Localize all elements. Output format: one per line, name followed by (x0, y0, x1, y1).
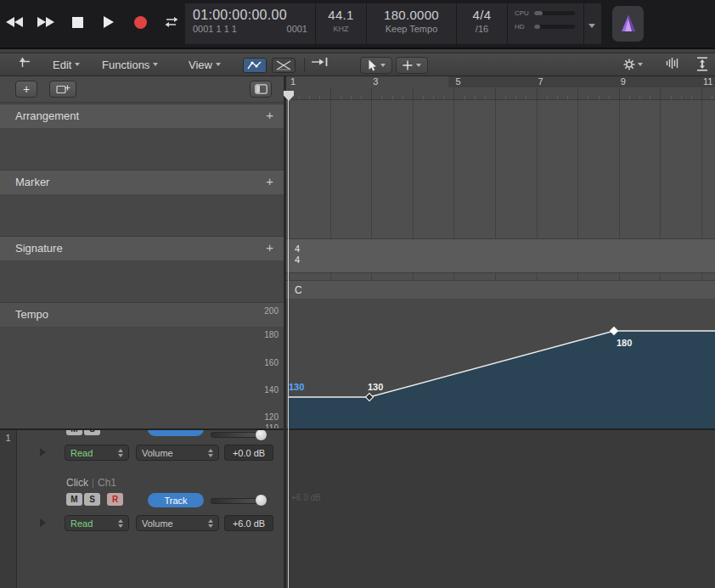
add-track-button[interactable]: + (15, 81, 37, 98)
vertical-zoom-button[interactable] (696, 57, 708, 71)
track-button[interactable] (148, 430, 204, 436)
tempo-lane[interactable]: 130 130 180 (286, 299, 715, 429)
record-enable-button[interactable]: R (107, 493, 123, 506)
waveform-zoom-button[interactable] (666, 57, 679, 70)
chevron-down-icon (380, 64, 386, 67)
automation-param-button[interactable]: Volume (136, 445, 219, 461)
lcd-tempo-section[interactable]: 180.0000 Keep Tempo (367, 3, 457, 44)
marker-label: Marker (15, 171, 49, 194)
add-track-set-icon (56, 84, 70, 94)
ruler-bar-number: 1 (290, 76, 296, 87)
lcd-sample-rate-section[interactable]: 44.1 KHZ (316, 3, 367, 44)
global-track-tempo[interactable]: Tempo 200180160140120110 (0, 302, 284, 429)
lcd-time-section[interactable]: 01:00:00:00.00 0001 1 1 1 0001 (185, 3, 316, 44)
horizontal-divider[interactable] (0, 428, 715, 430)
cycle-button[interactable] (160, 8, 183, 36)
automation-mode-button[interactable]: Read (65, 445, 129, 461)
track-headers: 1 M S Read Volume +0.0 dB Click Ch1 M S … (0, 430, 284, 588)
tempo-scale-number: 160 (264, 358, 279, 367)
stepper-icon (118, 449, 123, 457)
automation-value[interactable]: +0.0 dB (224, 445, 273, 461)
logic-gem-icon (619, 14, 638, 34)
solo-button[interactable]: S (84, 430, 100, 435)
arrange-grid[interactable]: 4 4 C 130 130 180 (286, 100, 715, 429)
global-track-arrangement[interactable]: Arrangement + (0, 104, 284, 170)
global-track-marker[interactable]: Marker + (0, 170, 284, 236)
add-arrangement-marker-button[interactable]: + (266, 104, 273, 126)
command-click-tool-menu[interactable] (396, 57, 428, 74)
automation-mode-button[interactable]: Read (65, 515, 129, 531)
logic-badge-button[interactable] (612, 6, 644, 42)
ruler-numbers: 1357911 (286, 76, 715, 87)
record-button[interactable] (129, 8, 151, 36)
ruler-bar-number: 7 (538, 76, 543, 87)
key-signature-lane[interactable]: C (286, 280, 715, 300)
clipped-track-row: M S (0, 430, 284, 441)
bar-ruler[interactable]: 1357911 (286, 76, 715, 100)
lower-grid[interactable]: +6.0 dB (286, 430, 715, 588)
playhead-line[interactable] (288, 100, 289, 588)
mute-button[interactable]: M (66, 493, 82, 506)
automation-curves-toggle[interactable] (243, 58, 267, 73)
signature-lane[interactable]: 4 4 (286, 238, 715, 273)
pointer-tool-icon (368, 59, 377, 71)
automation-param-button[interactable]: Volume (136, 515, 219, 531)
hierarchy-back-button[interactable] (19, 57, 31, 70)
slider-knob[interactable] (255, 494, 267, 507)
lcd-meters-section[interactable]: CPU HD (508, 3, 584, 44)
panel-view-toggle[interactable] (250, 81, 272, 98)
lcd-position-value: 0001 1 1 1 (193, 23, 237, 36)
transport-buttons (3, 8, 183, 36)
rewind-button[interactable] (3, 8, 25, 36)
lcd-position-sub: 0001 (287, 23, 307, 36)
stop-icon (72, 17, 83, 28)
disclosure-triangle[interactable] (40, 518, 46, 527)
lcd-sample-rate-unit: KHZ (316, 23, 366, 36)
ruler-bar-number: 3 (373, 76, 378, 87)
transport-bar: 01:00:00:00.00 0001 1 1 1 0001 44.1 KHZ … (0, 0, 715, 49)
global-tracks-panel: + Arrangement + Marker + Signature + (0, 76, 284, 429)
crossfade-toggle[interactable] (272, 58, 296, 73)
lcd-signature-section[interactable]: 4/4 /16 (457, 3, 508, 44)
edit-menu[interactable]: Edit (53, 53, 80, 76)
lcd-signature-value: 4/4 (457, 8, 507, 23)
name-separator (93, 479, 93, 488)
solo-button[interactable]: S (84, 493, 100, 506)
functions-menu-label: Functions (102, 59, 149, 71)
ruler-bar-number: 5 (455, 76, 460, 87)
track-button[interactable]: Track (148, 493, 204, 507)
panel-divider[interactable] (284, 76, 286, 588)
forward-button[interactable] (35, 8, 57, 36)
play-button[interactable] (98, 8, 120, 36)
ruler-ticks (286, 87, 715, 100)
automation-value[interactable]: +6.0 dB (224, 515, 273, 531)
tempo-breakpoint-value: 130 (368, 382, 383, 392)
edit-menu-label: Edit (53, 59, 71, 71)
volume-slider[interactable] (211, 498, 265, 504)
add-marker-button[interactable]: + (266, 171, 273, 193)
chevron-down-icon (588, 24, 595, 28)
rewind-icon (6, 17, 23, 27)
left-click-tool-menu[interactable] (360, 57, 392, 74)
signature-denominator: 4 (295, 255, 300, 265)
lcd-options-button[interactable] (584, 3, 600, 44)
marker-header: Marker + (0, 171, 284, 194)
mute-button[interactable]: M (66, 430, 82, 435)
add-signature-button[interactable]: + (266, 237, 273, 259)
faint-db-label: +6.0 dB (291, 493, 321, 502)
tempo-curve[interactable] (286, 299, 715, 429)
add-global-track-button[interactable] (49, 81, 76, 98)
volume-slider[interactable] (211, 432, 265, 438)
arrangement-header: Arrangement + (0, 104, 284, 128)
catch-playhead-button[interactable] (311, 57, 329, 67)
stepper-icon (208, 519, 213, 528)
view-menu[interactable]: View (189, 53, 221, 76)
stop-button[interactable] (66, 8, 88, 36)
tracks-toolbar: Edit Functions View (0, 53, 715, 76)
functions-menu[interactable]: Functions (102, 53, 158, 76)
settings-menu[interactable] (623, 53, 643, 76)
slider-knob[interactable] (255, 430, 267, 441)
track-name[interactable]: Click Ch1 (66, 477, 116, 489)
disclosure-triangle[interactable] (40, 448, 46, 456)
global-track-signature[interactable]: Signature + (0, 236, 284, 302)
